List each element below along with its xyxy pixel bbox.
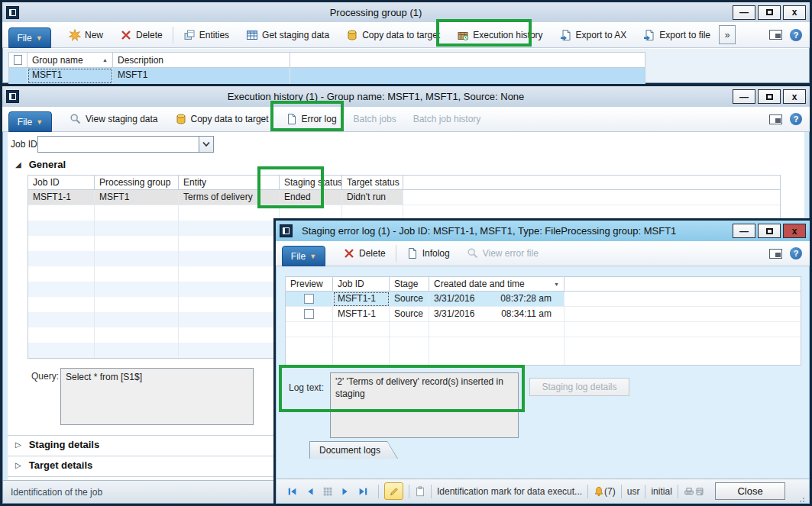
batch-jobs-button[interactable]: Batch jobs [345, 107, 405, 131]
session-icon[interactable] [684, 486, 694, 497]
job-id-cell[interactable]: MSFT1-1 [333, 307, 390, 322]
toolbar-overflow-button[interactable]: » [719, 25, 736, 44]
copy-data-to-target-button[interactable]: Copy data to target [338, 22, 448, 47]
processing-group-cell[interactable]: MSFT1 [95, 190, 179, 205]
table-row[interactable]: MSFT1-1 Source 3/31/201608:37:28 am [286, 292, 801, 307]
target-status-cell[interactable]: Didn't run [342, 190, 403, 205]
column-header-stage[interactable]: Stage [390, 277, 429, 292]
empty-row[interactable] [286, 337, 801, 365]
table-row[interactable]: MSFT1 MSFT1 [9, 68, 645, 84]
stage-cell[interactable]: Source [390, 292, 429, 307]
grid-view-icon[interactable] [322, 486, 333, 497]
clipboard-icon[interactable] [415, 486, 425, 497]
log-text-textarea[interactable]: '2' 'Terms of delivery' record(s) insert… [330, 372, 519, 438]
column-header-group-name[interactable]: Group name▲ [27, 53, 113, 68]
entities-button[interactable]: Entities [175, 22, 238, 47]
file-menu-button[interactable]: File▼ [8, 27, 51, 48]
get-staging-data-button[interactable]: Get staging data [238, 22, 338, 47]
layout-icon[interactable] [769, 249, 782, 259]
view-error-file-button[interactable]: View error file [458, 241, 547, 266]
column-header-job-id[interactable]: Job ID [28, 176, 95, 190]
table-row[interactable]: MSFT1-1 Source 3/31/201608:34:11 am [286, 307, 801, 322]
close-button[interactable]: x [783, 89, 806, 104]
expander-expanded-icon[interactable]: ◢ [15, 160, 21, 169]
created-cell[interactable]: 3/31/201608:34:11 am [429, 307, 565, 322]
section-general[interactable]: ◢ General [15, 159, 66, 170]
help-icon[interactable]: ? [790, 113, 802, 125]
minimize-button[interactable]: — [733, 5, 755, 20]
expander-collapsed-icon[interactable]: ▷ [15, 440, 21, 449]
empty-row[interactable] [286, 322, 801, 337]
file-menu-button[interactable]: File▼ [282, 246, 325, 266]
column-header-staging-status[interactable]: Staging status [280, 176, 342, 190]
export-to-ax-button[interactable]: Export to AX [552, 22, 636, 47]
batch-job-history-button[interactable]: Batch job history [405, 107, 490, 131]
database-status-icon[interactable] [694, 486, 705, 497]
close-button[interactable]: x [783, 224, 806, 238]
column-header-entity[interactable]: Entity [179, 176, 280, 190]
view-staging-data-button[interactable]: View staging data [61, 107, 167, 131]
window3-titlebar[interactable]: Staging error log (1) - Job ID: MSFT1-1,… [276, 221, 810, 241]
resize-grip[interactable] [799, 495, 807, 503]
created-cell[interactable]: 3/31/201608:37:28 am [429, 292, 565, 307]
minimize-button[interactable]: — [733, 89, 755, 104]
last-record-icon[interactable] [357, 486, 368, 497]
column-header-created[interactable]: Created date and time▼ [429, 277, 565, 292]
group-name-cell[interactable]: MSFT1 [27, 68, 113, 84]
window2-titlebar[interactable]: Execution history (1) - Group name: MSFT… [2, 86, 810, 107]
preview-checkbox[interactable] [304, 294, 314, 304]
column-header-description[interactable]: Description [113, 53, 290, 68]
row-checkbox-cell[interactable] [9, 68, 27, 84]
help-icon[interactable]: ? [790, 29, 802, 41]
column-header-processing-group[interactable]: Processing group [95, 176, 179, 190]
maximize-button[interactable] [758, 224, 781, 238]
section-target-details[interactable]: ▷ Target details [15, 459, 92, 471]
edit-mode-button[interactable] [384, 482, 403, 500]
preview-checkbox-cell[interactable] [286, 307, 333, 322]
window1-titlebar[interactable]: Processing group (1) — x [2, 2, 810, 22]
close-form-button[interactable]: Close [715, 482, 785, 500]
alerts-count[interactable]: (7) [604, 486, 616, 497]
close-button[interactable]: x [783, 5, 806, 20]
dropdown-button[interactable] [199, 137, 213, 152]
delete-button[interactable]: Delete [112, 22, 171, 47]
error-log-button[interactable]: Error log [277, 107, 345, 131]
delete-button[interactable]: Delete [335, 241, 394, 266]
execution-history-button[interactable]: Execution history [448, 22, 551, 47]
file-menu-button[interactable]: File▼ [8, 111, 52, 132]
staging-log-details-button[interactable]: Staging log details [529, 378, 629, 396]
preview-checkbox[interactable] [304, 309, 314, 319]
maximize-button[interactable] [758, 5, 781, 20]
previous-record-icon[interactable] [305, 486, 315, 497]
select-all-checkbox-cell[interactable] [9, 53, 27, 68]
column-header-preview[interactable]: Preview [286, 277, 333, 292]
next-record-icon[interactable] [340, 486, 351, 497]
copy-data-to-target-button[interactable]: Copy data to target [167, 107, 277, 131]
status-company[interactable]: initial [651, 486, 671, 497]
select-all-checkbox[interactable] [14, 55, 22, 65]
job-id-cell[interactable]: MSFT1-1 [333, 292, 390, 307]
alerts-bell-icon[interactable] [594, 486, 604, 497]
query-textarea[interactable]: Select * from [S1$] [60, 368, 254, 425]
section-staging-details[interactable]: ▷ Staging details [15, 439, 99, 450]
first-record-icon[interactable] [287, 486, 298, 497]
layout-icon[interactable] [769, 30, 782, 40]
job-id-cell[interactable]: MSFT1-1 [28, 190, 95, 205]
tab-document-logs[interactable]: Document logs [309, 441, 398, 459]
status-user[interactable]: usr [627, 486, 640, 497]
preview-checkbox-cell[interactable] [286, 292, 333, 307]
expander-collapsed-icon[interactable]: ▷ [15, 461, 21, 469]
column-header-target-status[interactable]: Target status [342, 176, 403, 190]
staging-status-cell[interactable]: Ended [280, 190, 342, 205]
infolog-button[interactable]: Infolog [398, 241, 458, 266]
job-id-field[interactable] [38, 137, 199, 152]
entity-cell[interactable]: Terms of delivery [179, 190, 280, 205]
maximize-button[interactable] [758, 89, 781, 104]
help-icon[interactable]: ? [790, 247, 802, 259]
table-row[interactable]: MSFT1-1 MSFT1 Terms of delivery Ended Di… [28, 190, 780, 205]
export-to-file-button[interactable]: Export to file [635, 22, 719, 47]
column-header-job-id[interactable]: Job ID [333, 277, 390, 292]
status-identification-text[interactable]: Identification mark for data execut... [437, 486, 582, 497]
job-id-combobox[interactable] [37, 136, 214, 153]
layout-icon[interactable] [769, 114, 782, 124]
